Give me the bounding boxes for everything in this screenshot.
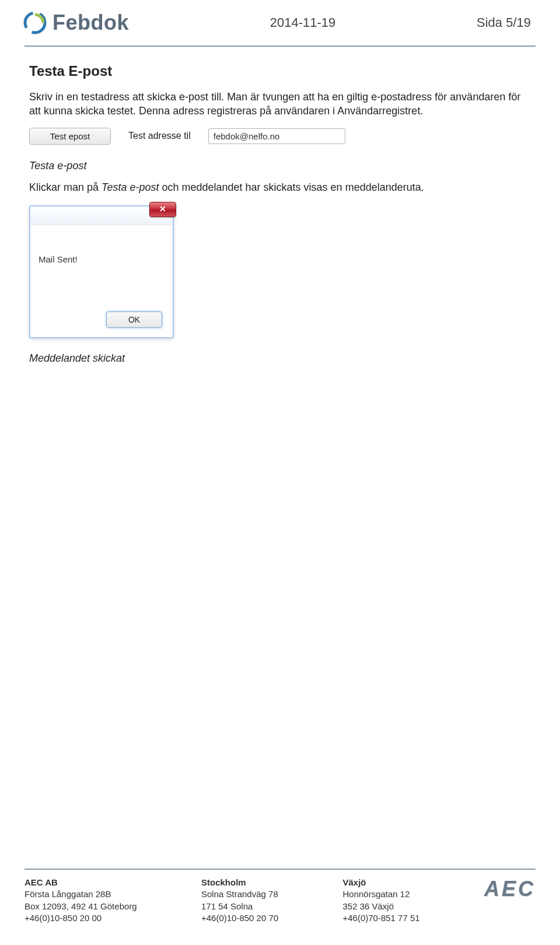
footer-col2-line1: Solna Strandväg 78	[201, 888, 278, 900]
footer-col1-line2: Box 12093, 492 41 Göteborg	[24, 901, 137, 912]
content-area: Testa E-post Skriv in en testadress att …	[0, 47, 560, 365]
header-date: 2014-11-19	[270, 15, 336, 30]
brand-icon	[23, 11, 47, 34]
close-button[interactable]: ✕	[149, 202, 176, 217]
footer-col1-line3: +46(0)10-850 20 00	[24, 912, 137, 924]
dialog-message: Mail Sent!	[30, 225, 173, 270]
test-epost-button[interactable]: Test epost	[29, 128, 111, 145]
footer-divider	[24, 869, 536, 870]
footer-col1-title: AEC AB	[24, 877, 137, 888]
test-email-row: Test epost Test adresse til	[29, 128, 531, 145]
text-post: och meddelandet har skickats visas en me…	[159, 181, 424, 193]
ok-button[interactable]: OK	[106, 312, 162, 328]
footer-col2-title: Stockholm	[201, 877, 278, 888]
caption-meddelandet-skickat: Meddelandet skickat	[29, 352, 531, 365]
dialog-titlebar: ✕	[30, 206, 173, 225]
section-title: Testa E-post	[29, 63, 531, 79]
page-header: Febdok 2014-11-19 Sida 5/19	[0, 0, 560, 41]
header-page: Sida 5/19	[477, 15, 531, 30]
footer-columns: AEC AB Första Långgatan 28B Box 12093, 4…	[24, 877, 536, 924]
footer-col3-line2: 352 36 Växjö	[342, 901, 419, 912]
caption-testa-epost: Testa e-post	[29, 160, 531, 172]
brand: Febdok	[23, 10, 129, 35]
close-icon: ✕	[159, 204, 166, 214]
footer-col-3: Växjö Honnörsgatan 12 352 36 Växjö +46(0…	[342, 877, 419, 924]
footer-col3-line3: +46(0)70-851 77 51	[342, 912, 419, 924]
mail-sent-dialog: ✕ Mail Sent! OK	[29, 205, 174, 338]
page-footer: AEC AB Första Långgatan 28B Box 12093, 4…	[0, 869, 560, 924]
test-address-input[interactable]	[208, 128, 345, 144]
footer-col3-title: Växjö	[342, 877, 419, 888]
text-em: Testa e-post	[102, 181, 159, 193]
text-pre: Klickar man på	[29, 181, 102, 193]
test-address-label: Test adresse til	[128, 131, 191, 141]
footer-col-2: Stockholm Solna Strandväg 78 171 54 Soln…	[201, 877, 278, 924]
footer-col3-line1: Honnörsgatan 12	[342, 888, 419, 900]
footer-col-1: AEC AB Första Långgatan 28B Box 12093, 4…	[24, 877, 137, 924]
footer-col1-line1: Första Långgatan 28B	[24, 888, 137, 900]
footer-logo-text: AEC	[484, 877, 536, 901]
section-paragraph: Skriv in en testadress att skicka e-post…	[29, 90, 531, 118]
footer-col2-line3: +46(0)10-850 20 70	[201, 912, 278, 924]
footer-col2-line2: 171 54 Solna	[201, 901, 278, 912]
brand-name: Febdok	[52, 10, 129, 35]
footer-logo: AEC	[484, 877, 536, 901]
click-result-paragraph: Klickar man på Testa e-post och meddelan…	[29, 181, 531, 194]
